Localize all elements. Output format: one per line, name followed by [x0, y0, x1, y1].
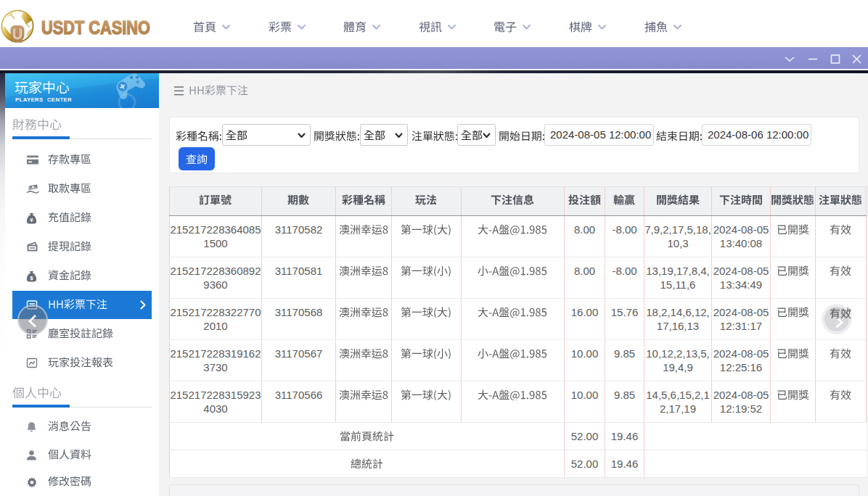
svg-text:¥: ¥: [30, 217, 33, 223]
svg-text:Casino: Casino: [12, 41, 24, 44]
svg-text:USDT CASINO: USDT CASINO: [41, 17, 150, 38]
svg-text:$: $: [30, 275, 33, 281]
